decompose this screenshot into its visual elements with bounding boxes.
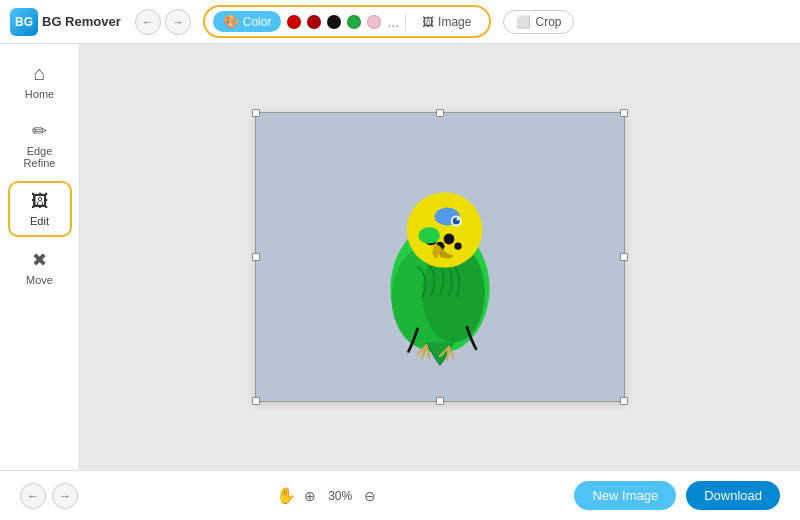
- color-swatch-pink[interactable]: [367, 15, 381, 29]
- bottom-left: ← →: [20, 483, 78, 509]
- handle-top-right[interactable]: [620, 109, 628, 117]
- sidebar-item-move[interactable]: ✖ Move: [8, 241, 72, 294]
- bottom-bar: ← → ✋ ⊕ 30% ⊖ New Image Download: [0, 470, 800, 520]
- home-icon: ⌂: [33, 62, 45, 85]
- handle-top-left[interactable]: [252, 109, 260, 117]
- handle-bottom-left[interactable]: [252, 397, 260, 405]
- bottom-right: New Image Download: [574, 481, 780, 510]
- home-label: Home: [25, 88, 54, 100]
- zoom-value: 30%: [324, 489, 356, 503]
- color-label: Color: [243, 15, 272, 29]
- new-image-button[interactable]: New Image: [574, 481, 676, 510]
- edge-refine-label: Edge Refine: [18, 145, 62, 169]
- color-swatch-black[interactable]: [327, 15, 341, 29]
- edit-icon: 🖼: [31, 191, 49, 212]
- parrot-image: [256, 113, 624, 401]
- logo-icon: BG: [10, 8, 38, 36]
- canvas-area: [80, 44, 800, 470]
- color-swatch-red2[interactable]: [307, 15, 321, 29]
- edit-label: Edit: [30, 215, 49, 227]
- hand-tool-icon[interactable]: ✋: [276, 486, 296, 505]
- svg-point-6: [444, 234, 455, 245]
- image-icon: 🖼: [422, 15, 434, 29]
- edge-refine-icon: ✏: [32, 120, 47, 142]
- toolbar-group: 🎨 Color ... 🖼 Image: [203, 5, 492, 38]
- zoom-out-icon[interactable]: ⊖: [364, 488, 376, 504]
- handle-bottom-right[interactable]: [620, 397, 628, 405]
- parrot-svg: [350, 147, 530, 367]
- download-button[interactable]: Download: [686, 481, 780, 510]
- image-canvas: [255, 112, 625, 402]
- color-button[interactable]: 🎨 Color: [213, 11, 282, 32]
- redo-button[interactable]: →: [165, 9, 191, 35]
- crop-icon: ⬜: [516, 15, 531, 29]
- toolbar-divider: [405, 13, 406, 31]
- image-button[interactable]: 🖼 Image: [412, 12, 481, 32]
- prev-button[interactable]: ←: [20, 483, 46, 509]
- handle-bottom-center[interactable]: [436, 397, 444, 405]
- handle-middle-right[interactable]: [620, 253, 628, 261]
- zoom-in-icon[interactable]: ⊕: [304, 488, 316, 504]
- color-swatch-green[interactable]: [347, 15, 361, 29]
- crop-button[interactable]: ⬜ Crop: [503, 10, 574, 34]
- svg-point-12: [418, 227, 440, 243]
- app-logo: BG BG Remover: [10, 8, 121, 36]
- crop-label: Crop: [535, 15, 561, 29]
- move-icon: ✖: [32, 249, 47, 271]
- svg-point-11: [457, 218, 460, 221]
- next-button[interactable]: →: [52, 483, 78, 509]
- main-area: ⌂ Home ✏ Edge Refine 🖼 Edit ✖ Move: [0, 44, 800, 470]
- move-label: Move: [26, 274, 53, 286]
- handle-middle-left[interactable]: [252, 253, 260, 261]
- color-swatch-red1[interactable]: [287, 15, 301, 29]
- sidebar: ⌂ Home ✏ Edge Refine 🖼 Edit ✖ Move: [0, 44, 80, 470]
- sidebar-item-home[interactable]: ⌂ Home: [8, 54, 72, 108]
- more-button[interactable]: ...: [387, 14, 399, 30]
- header: BG BG Remover ← → 🎨 Color ... 🖼 Image ⬜ …: [0, 0, 800, 44]
- sidebar-item-edge-refine[interactable]: ✏ Edge Refine: [8, 112, 72, 177]
- image-label: Image: [438, 15, 471, 29]
- color-icon: 🎨: [223, 14, 239, 29]
- undo-button[interactable]: ←: [135, 9, 161, 35]
- svg-point-7: [454, 243, 461, 250]
- app-name: BG Remover: [42, 14, 121, 29]
- nav-arrows: ← →: [135, 9, 191, 35]
- handle-top-center[interactable]: [436, 109, 444, 117]
- zoom-controls: ✋ ⊕ 30% ⊖: [276, 486, 376, 505]
- sidebar-item-edit[interactable]: 🖼 Edit: [8, 181, 72, 237]
